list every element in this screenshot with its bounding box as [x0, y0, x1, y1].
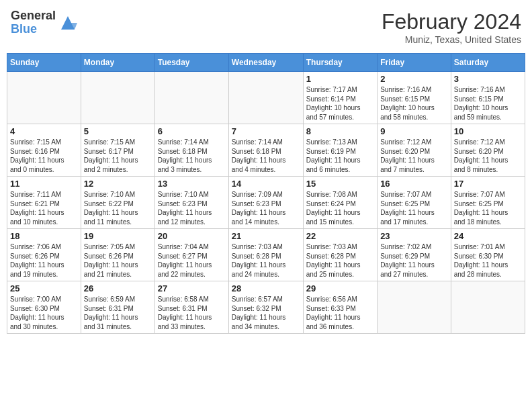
calendar-day-cell [378, 281, 451, 334]
day-info: Sunrise: 7:12 AM Sunset: 6:20 PM Dayligh… [454, 138, 522, 174]
day-number: 25 [10, 283, 78, 293]
day-number: 11 [10, 179, 78, 189]
calendar-week-row: 4Sunrise: 7:15 AM Sunset: 6:16 PM Daylig… [7, 124, 525, 177]
logo-blue-text: Blue [11, 23, 56, 36]
day-number: 20 [158, 231, 226, 241]
day-info: Sunrise: 7:09 AM Sunset: 6:23 PM Dayligh… [232, 190, 300, 226]
day-number: 4 [10, 126, 78, 136]
calendar-day-cell: 20Sunrise: 7:04 AM Sunset: 6:27 PM Dayli… [154, 229, 228, 281]
day-info: Sunrise: 7:13 AM Sunset: 6:19 PM Dayligh… [306, 138, 374, 174]
day-number: 21 [232, 231, 300, 241]
day-info: Sunrise: 7:16 AM Sunset: 6:15 PM Dayligh… [454, 85, 522, 122]
calendar-day-cell: 10Sunrise: 7:12 AM Sunset: 6:20 PM Dayli… [451, 124, 525, 177]
day-info: Sunrise: 7:03 AM Sunset: 6:28 PM Dayligh… [306, 242, 374, 279]
calendar-day-cell: 19Sunrise: 7:05 AM Sunset: 6:26 PM Dayli… [81, 229, 154, 281]
calendar-day-cell: 14Sunrise: 7:09 AM Sunset: 6:23 PM Dayli… [228, 177, 303, 229]
calendar-day-cell: 1Sunrise: 7:17 AM Sunset: 6:14 PM Daylig… [303, 72, 377, 124]
day-of-week-header: Monday [81, 54, 154, 72]
day-info: Sunrise: 7:10 AM Sunset: 6:23 PM Dayligh… [158, 190, 226, 226]
day-info: Sunrise: 7:06 AM Sunset: 6:26 PM Dayligh… [10, 242, 78, 279]
day-info: Sunrise: 7:17 AM Sunset: 6:14 PM Dayligh… [306, 85, 374, 122]
calendar-day-cell: 3Sunrise: 7:16 AM Sunset: 6:15 PM Daylig… [451, 72, 525, 124]
day-info: Sunrise: 7:10 AM Sunset: 6:22 PM Dayligh… [84, 190, 152, 226]
calendar-day-cell: 11Sunrise: 7:11 AM Sunset: 6:21 PM Dayli… [7, 177, 81, 229]
day-info: Sunrise: 7:07 AM Sunset: 6:25 PM Dayligh… [454, 190, 522, 226]
logo-icon [58, 13, 77, 32]
calendar-day-cell [228, 72, 303, 124]
day-info: Sunrise: 7:07 AM Sunset: 6:25 PM Dayligh… [380, 190, 448, 226]
calendar-day-cell [451, 281, 525, 334]
calendar-day-cell: 8Sunrise: 7:13 AM Sunset: 6:19 PM Daylig… [303, 124, 377, 177]
day-info: Sunrise: 7:08 AM Sunset: 6:24 PM Dayligh… [306, 190, 374, 226]
day-number: 24 [454, 231, 522, 241]
day-number: 22 [306, 231, 374, 241]
day-number: 10 [454, 126, 522, 136]
calendar-day-cell: 21Sunrise: 7:03 AM Sunset: 6:28 PM Dayli… [228, 229, 303, 281]
day-number: 3 [454, 74, 522, 84]
day-number: 9 [380, 126, 448, 136]
day-of-week-header: Wednesday [228, 54, 303, 72]
day-info: Sunrise: 7:11 AM Sunset: 6:21 PM Dayligh… [10, 190, 78, 226]
calendar-day-cell: 29Sunrise: 6:56 AM Sunset: 6:33 PM Dayli… [303, 281, 377, 334]
calendar-day-cell: 28Sunrise: 6:57 AM Sunset: 6:32 PM Dayli… [228, 281, 303, 334]
calendar-day-cell: 16Sunrise: 7:07 AM Sunset: 6:25 PM Dayli… [378, 177, 451, 229]
day-info: Sunrise: 7:01 AM Sunset: 6:30 PM Dayligh… [454, 242, 522, 279]
day-number: 6 [158, 126, 226, 136]
day-info: Sunrise: 7:16 AM Sunset: 6:15 PM Dayligh… [380, 85, 448, 122]
calendar-day-cell: 5Sunrise: 7:15 AM Sunset: 6:17 PM Daylig… [81, 124, 154, 177]
calendar-header-row: SundayMondayTuesdayWednesdayThursdayFrid… [7, 54, 525, 72]
day-info: Sunrise: 6:57 AM Sunset: 6:32 PM Dayligh… [232, 295, 300, 331]
day-number: 2 [380, 74, 448, 84]
calendar-day-cell: 6Sunrise: 7:14 AM Sunset: 6:18 PM Daylig… [154, 124, 228, 177]
location: Muniz, Texas, United States [382, 34, 521, 45]
day-info: Sunrise: 7:05 AM Sunset: 6:26 PM Dayligh… [84, 242, 152, 279]
day-info: Sunrise: 7:04 AM Sunset: 6:27 PM Dayligh… [158, 242, 226, 279]
calendar-day-cell: 27Sunrise: 6:58 AM Sunset: 6:31 PM Dayli… [154, 281, 228, 334]
day-number: 23 [380, 231, 448, 241]
calendar-day-cell [7, 72, 81, 124]
day-info: Sunrise: 7:15 AM Sunset: 6:17 PM Dayligh… [84, 138, 152, 174]
calendar-day-cell: 17Sunrise: 7:07 AM Sunset: 6:25 PM Dayli… [451, 177, 525, 229]
day-number: 29 [306, 283, 374, 293]
day-number: 1 [306, 74, 374, 84]
day-number: 13 [158, 179, 226, 189]
calendar-day-cell: 12Sunrise: 7:10 AM Sunset: 6:22 PM Dayli… [81, 177, 154, 229]
day-number: 12 [84, 179, 152, 189]
calendar-day-cell: 15Sunrise: 7:08 AM Sunset: 6:24 PM Dayli… [303, 177, 377, 229]
calendar-day-cell: 13Sunrise: 7:10 AM Sunset: 6:23 PM Dayli… [154, 177, 228, 229]
day-info: Sunrise: 7:00 AM Sunset: 6:30 PM Dayligh… [10, 295, 78, 331]
day-of-week-header: Thursday [303, 54, 377, 72]
calendar-day-cell: 22Sunrise: 7:03 AM Sunset: 6:28 PM Dayli… [303, 229, 377, 281]
day-number: 26 [84, 283, 152, 293]
day-info: Sunrise: 7:15 AM Sunset: 6:16 PM Dayligh… [10, 138, 78, 174]
calendar-day-cell: 4Sunrise: 7:15 AM Sunset: 6:16 PM Daylig… [7, 124, 81, 177]
day-of-week-header: Friday [378, 54, 451, 72]
day-of-week-header: Sunday [7, 54, 81, 72]
day-number: 5 [84, 126, 152, 136]
logo-general-text: General [11, 9, 56, 23]
day-info: Sunrise: 7:12 AM Sunset: 6:20 PM Dayligh… [380, 138, 448, 174]
day-info: Sunrise: 6:58 AM Sunset: 6:31 PM Dayligh… [158, 295, 226, 331]
day-number: 28 [232, 283, 300, 293]
calendar-day-cell [154, 72, 228, 124]
day-info: Sunrise: 6:59 AM Sunset: 6:31 PM Dayligh… [84, 295, 152, 331]
day-of-week-header: Saturday [451, 54, 525, 72]
calendar-table: SundayMondayTuesdayWednesdayThursdayFrid… [7, 53, 525, 334]
day-info: Sunrise: 7:14 AM Sunset: 6:18 PM Dayligh… [232, 138, 300, 174]
calendar-day-cell: 24Sunrise: 7:01 AM Sunset: 6:30 PM Dayli… [451, 229, 525, 281]
day-number: 16 [380, 179, 448, 189]
day-number: 14 [232, 179, 300, 189]
calendar-day-cell: 9Sunrise: 7:12 AM Sunset: 6:20 PM Daylig… [378, 124, 451, 177]
day-info: Sunrise: 7:14 AM Sunset: 6:18 PM Dayligh… [158, 138, 226, 174]
day-number: 7 [232, 126, 300, 136]
calendar-day-cell: 25Sunrise: 7:00 AM Sunset: 6:30 PM Dayli… [7, 281, 81, 334]
day-number: 27 [158, 283, 226, 293]
logo: General Blue [11, 9, 77, 36]
day-info: Sunrise: 6:56 AM Sunset: 6:33 PM Dayligh… [306, 295, 374, 331]
page-header: General Blue February 2024 Muniz, Texas,… [7, 7, 525, 48]
calendar-week-row: 18Sunrise: 7:06 AM Sunset: 6:26 PM Dayli… [7, 229, 525, 281]
calendar-day-cell: 23Sunrise: 7:02 AM Sunset: 6:29 PM Dayli… [378, 229, 451, 281]
calendar-week-row: 11Sunrise: 7:11 AM Sunset: 6:21 PM Dayli… [7, 177, 525, 229]
day-number: 8 [306, 126, 374, 136]
day-number: 15 [306, 179, 374, 189]
